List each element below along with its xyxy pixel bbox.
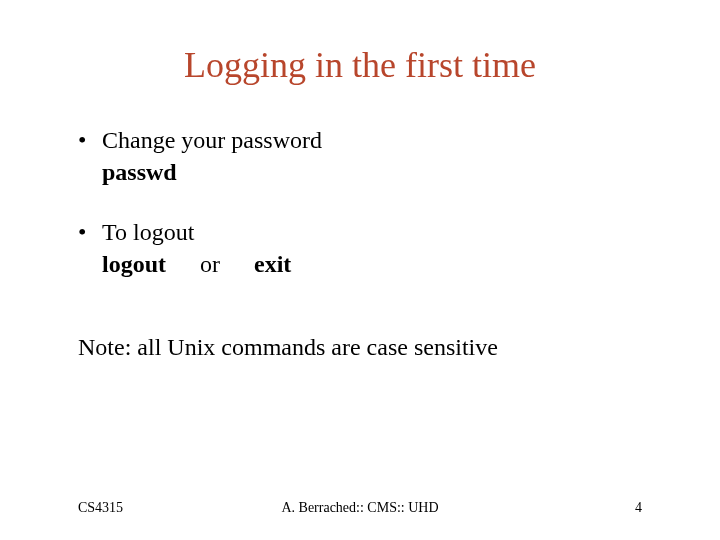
bullet-text: To logout [102,217,194,247]
footer-page-number: 4 [635,500,642,516]
slide: Logging in the first time • Change your … [0,0,720,540]
bullet-icon: • [78,125,102,155]
note-text: Note: all Unix commands are case sensiti… [78,334,498,361]
spacer [78,189,638,217]
command-text: passwd [102,157,177,187]
bullet-item: • Change your password [78,125,638,155]
command-text: exit [254,249,291,279]
separator-text: or [200,249,220,279]
slide-title: Logging in the first time [0,44,720,86]
footer-center: A. Berrached:: CMS:: UHD [0,500,720,516]
bullet-item: • To logout [78,217,638,247]
bullet-icon: • [78,217,102,247]
slide-body: • Change your password passwd • To logou… [78,125,638,281]
bullet-text: Change your password [102,125,322,155]
bullet-subline: logout or exit [78,249,638,279]
bullet-subline: passwd [78,157,638,187]
command-text: logout [102,249,166,279]
